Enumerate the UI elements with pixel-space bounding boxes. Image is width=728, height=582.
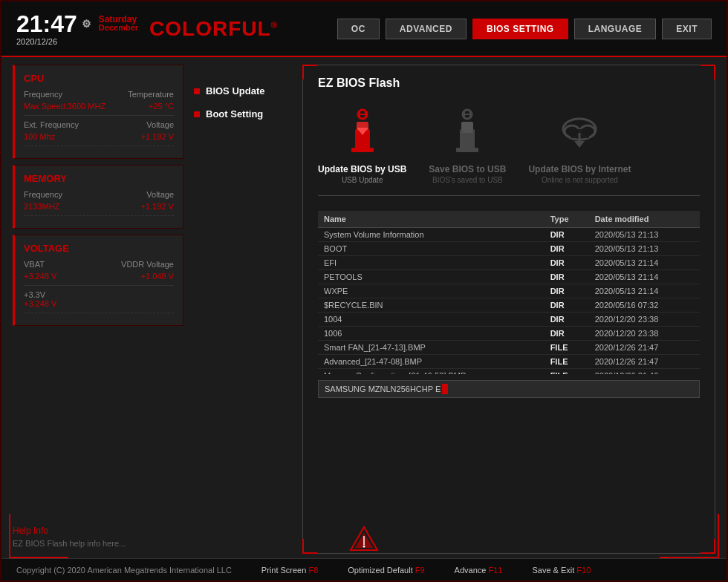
memory-card: MEMORY Frequency Voltage 2133MHZ +1.192 …	[13, 165, 183, 229]
svg-point-25	[363, 546, 365, 548]
nav-advanced[interactable]: ADVANCED	[386, 19, 467, 39]
internet-option-sub: Online is not supported	[542, 176, 618, 184]
cloud-download-icon	[553, 105, 605, 157]
triangle-logo	[349, 526, 379, 555]
volt-33-row: +3.3V +3.248 V	[24, 290, 174, 308]
nav-oc[interactable]: OC	[337, 19, 380, 39]
brand-logo: COLORFUL®	[149, 17, 278, 41]
menu-boot-setting[interactable]: Boot Setting	[191, 102, 295, 125]
table-row[interactable]: 1004 DIR 2020/12/20 23:38	[318, 313, 700, 327]
cpu-extfreq-volt-headers: Ext. Frequency Voltage	[24, 120, 174, 129]
optimized-key: F9	[415, 566, 425, 575]
nav-bios-setting[interactable]: BIOS SETTING	[472, 19, 568, 39]
main-frame: 21:47 ⚙ Saturday December 2020/12/26 COL…	[0, 0, 728, 582]
file-name: System Volume Information	[318, 228, 545, 242]
usb-option-sub: USB Update	[342, 176, 383, 184]
v33-label: +3.3V	[24, 290, 56, 299]
file-name: BOOT	[318, 242, 545, 256]
file-date: 2020/05/13 21:14	[589, 270, 700, 284]
col-type: Type	[545, 211, 589, 228]
file-type: DIR	[545, 313, 589, 327]
mem-freq-volt-headers: Frequency Voltage	[24, 190, 174, 199]
bios-option-usb[interactable]: Update BIOS by USB USB Update	[318, 105, 406, 184]
path-cursor	[442, 384, 448, 394]
file-type: DIR	[545, 256, 589, 270]
mem-freq-volt-vals: 2133MHZ +1.192 V	[24, 202, 174, 211]
menu-bios-update[interactable]: BIOS Update	[191, 79, 295, 102]
path-bar: SAMSUNG MZNLN256HCHP E	[318, 380, 700, 398]
file-name: $RECYCLE.BIN	[318, 298, 545, 313]
cpu-freq-val: Max Speed:3600 MHZ	[24, 102, 105, 111]
advance-key: F11	[488, 566, 502, 575]
table-row[interactable]: Advanced_[21-47-08].BMP FILE 2020/12/26 …	[318, 355, 700, 369]
file-table-container[interactable]: Name Type Date modified System Volume In…	[318, 211, 700, 374]
file-name: WXPE	[318, 284, 545, 298]
clock-time-value: 21:47	[16, 12, 77, 36]
file-name: 1004	[318, 313, 545, 327]
cpu-freq-temp-headers: Frequency Temperature	[24, 90, 174, 99]
mem-volt-label: Voltage	[146, 190, 174, 199]
corner-br	[701, 539, 715, 554]
bios-option-internet: Update BIOS by Internet Online is not su…	[528, 105, 631, 184]
table-row[interactable]: System Volume Information DIR 2020/05/13…	[318, 228, 700, 242]
table-row[interactable]: $RECYCLE.BIN DIR 2020/05/16 07:32	[318, 298, 700, 313]
nav-buttons: OC ADVANCED BIOS SETTING LANGUAGE EXIT	[337, 19, 712, 39]
cpu-title: CPU	[24, 73, 174, 84]
menu-label-boot: Boot Setting	[206, 108, 263, 120]
file-name: EFI	[318, 256, 545, 270]
advance-label: Advance	[455, 566, 489, 575]
file-date: 2020/12/26 21:46	[589, 369, 700, 375]
cpu-volt-val: +1.192 V	[141, 132, 174, 141]
file-date: 2020/05/13 21:14	[589, 256, 700, 270]
file-type: DIR	[545, 242, 589, 256]
nav-exit[interactable]: EXIT	[662, 19, 712, 39]
gear-icon: ⚙	[82, 19, 91, 29]
table-row[interactable]: Memory Configuration_[21-46-58].BMP FILE…	[318, 369, 700, 375]
table-row[interactable]: WXPE DIR 2020/05/13 21:14	[318, 284, 700, 298]
file-date: 2020/12/20 23:38	[589, 313, 700, 327]
voltage-card: VOLTAGE VBAT VDDR Voltage +3.248 V +1.04…	[13, 235, 183, 326]
left-panel: CPU Frequency Temperature Max Speed:3600…	[13, 65, 183, 554]
file-name: Smart FAN_[21-47-13].BMP	[318, 341, 545, 355]
mem-freq-label: Frequency	[24, 190, 62, 199]
menu-dot-boot	[194, 111, 200, 117]
file-date: 2020/12/26 21:47	[589, 341, 700, 355]
table-row[interactable]: EFI DIR 2020/05/13 21:14	[318, 256, 700, 270]
bottom-bar: Copyright (C) 2020 American Megatrends I…	[1, 558, 727, 581]
right-panel: EZ BIOS Flash	[302, 65, 715, 554]
table-row[interactable]: Smart FAN_[21-47-13].BMP FILE 2020/12/26…	[318, 341, 700, 355]
corner-tr	[701, 65, 715, 79]
col-date: Date modified	[589, 211, 700, 228]
vddr-label: VDDR Voltage	[121, 260, 174, 269]
print-screen-key: F8	[308, 566, 318, 575]
mem-freq-val: 2133MHZ	[24, 202, 59, 211]
svg-rect-9	[456, 148, 478, 152]
vddr-val: +1.048 V	[141, 272, 174, 281]
path-text: SAMSUNG MZNLN256HCHP E	[325, 385, 441, 393]
advance-shortcut: Advance F11	[455, 566, 503, 575]
file-table-body: System Volume Information DIR 2020/05/13…	[318, 228, 700, 375]
vbat-val: +3.248 V	[24, 272, 56, 281]
cpu-temp-val: +25 °C	[149, 102, 174, 111]
file-type: DIR	[545, 228, 589, 242]
table-row[interactable]: BOOT DIR 2020/05/13 21:13	[318, 242, 700, 256]
brand-name: COLORFUL	[149, 17, 271, 40]
usb-download-icon	[441, 105, 493, 157]
file-date: 2020/05/13 21:13	[589, 242, 700, 256]
file-date: 2020/05/13 21:14	[589, 284, 700, 298]
save-exit-shortcut: Save & Exit F10	[532, 566, 591, 575]
optimized-label: Optimized Default	[348, 566, 415, 575]
file-type: DIR	[545, 327, 589, 341]
menu-dot-bios	[194, 88, 200, 94]
nav-language[interactable]: LANGUAGE	[574, 19, 657, 39]
table-row[interactable]: 1006 DIR 2020/12/20 23:38	[318, 327, 700, 341]
clock-date: 2020/12/26	[16, 37, 138, 46]
save-exit-label: Save & Exit	[532, 566, 576, 575]
file-name: 1006	[318, 327, 545, 341]
table-header-row: Name Type Date modified	[318, 211, 700, 228]
cpu-card: CPU Frequency Temperature Max Speed:3600…	[13, 65, 183, 159]
corner-bl	[302, 539, 317, 554]
mem-volt-val: +1.192 V	[141, 202, 174, 211]
v33-val: +3.248 V	[24, 299, 56, 308]
table-row[interactable]: PETOOLS DIR 2020/05/13 21:14	[318, 270, 700, 284]
